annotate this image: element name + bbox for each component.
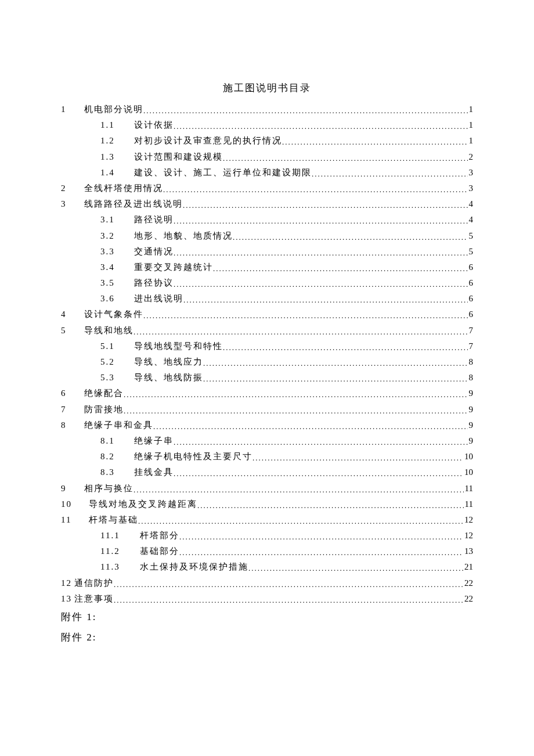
- toc-sublabel: 设计依据: [134, 121, 174, 129]
- toc-page-number: 6: [468, 279, 474, 287]
- toc-sublabel: 对初步设计及审查意见的执行情况: [134, 136, 282, 145]
- toc-subnumber: 1.1: [100, 121, 134, 129]
- toc-sublabel: 地形、地貌、地质情况: [134, 232, 233, 240]
- toc-leader-dots: [312, 170, 468, 178]
- toc-leader-dots: [124, 390, 468, 399]
- toc-entry: 1.1设计依据1: [61, 121, 473, 129]
- toc-sublabel: 设计范围和建设规模: [134, 153, 223, 161]
- toc-leader-dots: [174, 438, 468, 447]
- toc-page-number: 5: [468, 232, 474, 240]
- toc-entry: 3.1路径说明4: [61, 215, 473, 224]
- appendix-list: 附件 1:附件 2:: [61, 610, 473, 644]
- toc-leader-dots: [223, 343, 468, 352]
- toc-leader-dots: [134, 485, 464, 494]
- toc-page-number: 22: [463, 579, 473, 588]
- toc-number: 13: [61, 595, 72, 603]
- toc-entry: 3.6进出线说明6: [61, 294, 473, 303]
- toc-entry: 5.3导线、地线防振8: [61, 373, 473, 382]
- toc-sublabel: 基础部分: [140, 547, 179, 556]
- toc-leader-dots: [179, 548, 463, 557]
- toc-number: 6: [61, 389, 84, 398]
- toc-page-number: 7: [468, 342, 474, 351]
- toc-number: 2: [61, 184, 84, 193]
- toc-page-number: 2: [468, 153, 474, 161]
- toc-leader-dots: [174, 217, 468, 225]
- toc-sublabel: 杆塔部分: [140, 531, 179, 540]
- toc-entry: 11杆塔与基础12: [61, 516, 473, 524]
- toc-subnumber: 3.6: [100, 294, 134, 303]
- toc-page-number: 9: [468, 405, 474, 414]
- toc-page-number: 11: [464, 500, 473, 509]
- toc-sublabel: 导线、地线防振: [134, 373, 203, 382]
- toc-label: 线路路径及进出线说明: [84, 200, 183, 208]
- toc-label: 设计气象条件: [84, 310, 143, 319]
- toc-entry: 1.3设计范围和建设规模2: [61, 153, 473, 161]
- toc-entry: 5.1导线地线型号和特性7: [61, 342, 473, 351]
- toc-subnumber: 8.2: [100, 452, 134, 461]
- toc-leader-dots: [252, 453, 463, 462]
- toc-entry: 8.3挂线金具10: [61, 468, 473, 477]
- toc-entry: 7防雷接地9: [61, 405, 473, 414]
- toc-number: 12: [61, 579, 72, 588]
- toc-page-number: 12: [463, 531, 473, 540]
- toc-label: 相序与换位: [84, 484, 134, 493]
- toc-sublabel: 绝缘子机电特性及主要尺寸: [134, 452, 252, 461]
- document-title: 施工图说明书目录: [61, 81, 473, 95]
- toc-leader-dots: [134, 327, 468, 336]
- toc-page-number: 5: [468, 247, 474, 256]
- toc-entry: 8.1绝缘子串9: [61, 437, 473, 445]
- toc-subnumber: 5.2: [100, 358, 134, 366]
- toc-sublabel: 建设、设计、施工、运行单位和建设期限: [134, 168, 312, 177]
- toc-subnumber: 1.4: [100, 168, 134, 177]
- toc-leader-dots: [174, 280, 468, 289]
- toc-label: 机电部分说明: [84, 105, 143, 114]
- toc-subnumber: 3.3: [100, 247, 134, 256]
- toc-leader-dots: [153, 422, 468, 431]
- toc-leader-dots: [143, 311, 468, 320]
- toc-entry: 5导线和地线7: [61, 326, 473, 335]
- toc-leader-dots: [163, 185, 468, 194]
- toc-entry: 1机电部分说明1: [61, 105, 473, 114]
- toc-leader-dots: [114, 596, 463, 604]
- toc-page-number: 12: [463, 516, 473, 524]
- toc-subnumber: 11.3: [100, 563, 140, 571]
- toc-page-number: 22: [463, 595, 473, 603]
- toc-sublabel: 交通情况: [134, 247, 174, 256]
- toc-entry: 3.2地形、地貌、地质情况5: [61, 232, 473, 240]
- toc-leader-dots: [138, 517, 463, 525]
- toc-subnumber: 8.3: [100, 468, 134, 477]
- toc-sublabel: 重要交叉跨越统计: [134, 263, 213, 272]
- toc-sublabel: 水土保持及环境保护措施: [140, 563, 248, 571]
- appendix-line: 附件 1:: [61, 610, 473, 624]
- toc-entry: 3.3交通情况5: [61, 247, 473, 256]
- toc-sublabel: 挂线金具: [134, 468, 174, 477]
- toc-page-number: 9: [468, 437, 474, 445]
- toc-leader-dots: [203, 375, 468, 383]
- toc-leader-dots: [282, 138, 468, 146]
- toc-number: 1: [61, 105, 84, 114]
- toc-number: 3: [61, 200, 84, 208]
- toc-page-number: 13: [463, 547, 473, 556]
- toc-page-number: 8: [468, 358, 474, 366]
- toc-number: 5: [61, 326, 84, 335]
- toc-page-number: 4: [468, 215, 474, 224]
- toc-label: 绝缘子串和金具: [84, 421, 153, 430]
- toc-subnumber: 3.1: [100, 215, 134, 224]
- toc-entry: 13注意事项22: [61, 595, 473, 603]
- toc-label: 通信防护: [74, 579, 114, 588]
- toc-subnumber: 11.1: [100, 531, 140, 540]
- toc-page-number: 3: [468, 168, 474, 177]
- toc-page-number: 1: [468, 105, 474, 114]
- toc-page-number: 1: [468, 121, 474, 129]
- toc-subnumber: 5.3: [100, 373, 134, 382]
- toc-sublabel: 导线地线型号和特性: [134, 342, 223, 351]
- toc-page-number: 21: [463, 563, 473, 571]
- toc-leader-dots: [233, 233, 468, 242]
- toc-entry: 9相序与换位11: [61, 484, 473, 493]
- table-of-contents: 1机电部分说明11.1设计依据11.2对初步设计及审查意见的执行情况11.3设计…: [61, 105, 473, 603]
- toc-page-number: 6: [468, 263, 474, 272]
- toc-leader-dots: [174, 469, 463, 478]
- toc-label: 导线对地及交叉跨越距离: [89, 500, 197, 509]
- toc-sublabel: 绝缘子串: [134, 437, 174, 445]
- toc-leader-dots: [248, 564, 463, 573]
